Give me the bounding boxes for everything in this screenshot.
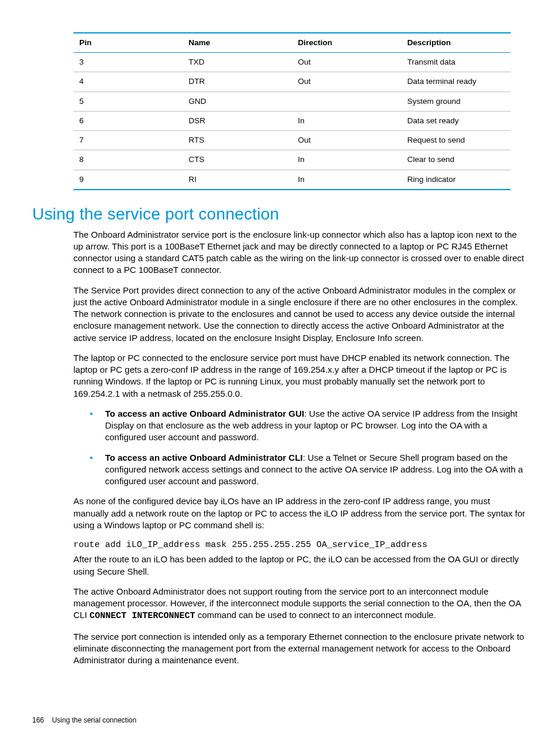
paragraph: After the route to an iLO has been added… [73,553,528,578]
paragraph-text: command can be used to connect to an int… [195,610,436,620]
paragraph: The active Onboard Administrator does no… [73,586,528,623]
cell-description: Data set ready [402,111,511,130]
th-description: Description [402,33,511,53]
table-header-row: Pin Name Direction Description [73,33,511,53]
bullet-lead: To access an active Onboard Administrato… [105,453,303,463]
cell-description: Request to send [402,131,511,150]
table-row: 6 DSR In Data set ready [73,111,511,130]
paragraph: As none of the configured device bay iLO… [73,495,528,531]
section-heading: Using the service port connection [32,203,528,225]
list-item: To access an active Onboard Administrato… [73,408,528,444]
cell-description: Data terminal ready [402,72,511,92]
th-name: Name [183,33,292,53]
cell-description: Ring indicator [402,170,511,190]
cell-description: System ground [402,92,511,111]
table-row: 3 TXD Out Transmit data [73,53,511,72]
cell-direction: In [292,150,402,170]
inline-command: CONNECT INTERCONNECT [90,611,195,621]
table-row: 7 RTS Out Request to send [73,131,511,150]
paragraph: The Onboard Administrator service port i… [73,229,528,276]
cell-name: RI [183,170,292,190]
page-number: 166 [32,716,44,724]
table-row: 5 GND System ground [73,92,511,111]
paragraph: The laptop or PC connected to the enclos… [73,352,528,400]
cell-direction: Out [292,72,402,92]
cell-direction: In [292,170,402,190]
cell-name: RTS [183,131,292,150]
page-footer: 166 Using the serial connection [32,715,136,725]
table-row: 8 CTS In Clear to send [73,150,511,170]
list-item: To access an active Onboard Administrato… [73,452,528,488]
cell-name: DSR [183,111,292,130]
cell-pin: 8 [73,150,183,170]
cell-description: Transmit data [402,53,511,72]
th-direction: Direction [292,33,402,53]
cell-name: DTR [183,72,292,92]
cell-name: TXD [183,53,292,72]
cell-pin: 5 [73,92,183,111]
paragraph: The service port connection is intended … [73,631,528,667]
cell-direction: Out [292,53,402,72]
cell-name: CTS [183,150,292,170]
cell-direction: Out [292,131,402,150]
th-pin: Pin [73,33,183,53]
footer-section: Using the serial connection [52,716,136,724]
cell-pin: 4 [73,72,183,92]
bullet-list: To access an active Onboard Administrato… [73,408,528,488]
cell-description: Clear to send [402,150,511,170]
bullet-lead: To access an active Onboard Administrato… [105,409,304,418]
cell-pin: 7 [73,131,183,150]
cell-pin: 9 [73,170,183,190]
table-row: 9 RI In Ring indicator [73,170,511,190]
table-row: 4 DTR Out Data terminal ready [73,72,511,92]
command-line: route add iLO_IP_address mask 255.255.25… [73,539,528,551]
paragraph: The Service Port provides direct connect… [73,285,528,344]
cell-pin: 6 [73,111,183,130]
cell-direction [292,92,402,111]
cell-direction: In [292,111,402,130]
cell-pin: 3 [73,53,183,72]
pin-table: Pin Name Direction Description 3 TXD Out… [73,32,511,190]
cell-name: GND [183,92,292,111]
